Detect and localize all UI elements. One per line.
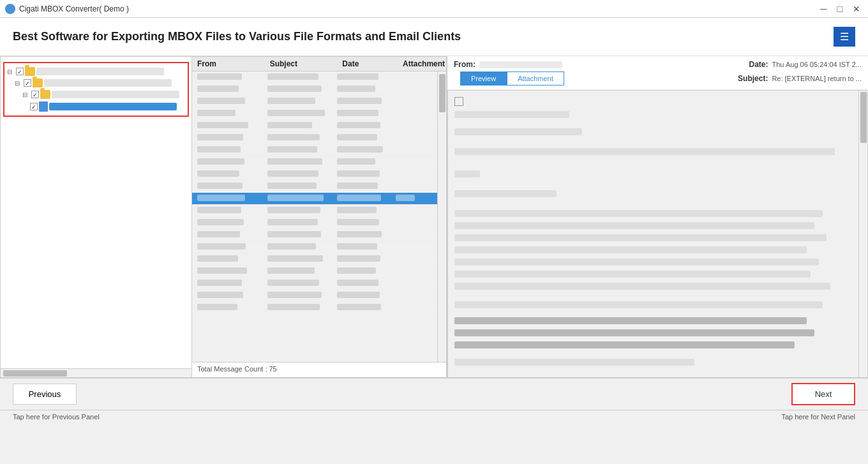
tree-item-2[interactable]: ⊟: [15, 77, 185, 89]
minimize-button[interactable]: ─: [818, 4, 830, 14]
col-from-header: From: [192, 59, 265, 68]
table-row[interactable]: [192, 302, 437, 314]
subject-label: Subject:: [738, 74, 768, 83]
title-bar-controls: ─ □ ✕: [818, 4, 863, 14]
tree-label-2: [44, 79, 172, 87]
tree-item-3[interactable]: ⊟: [22, 89, 185, 100]
preview-panel: From: Date: Thu Aug 06 05:24:04 IST 2...…: [447, 56, 868, 378]
folder-icon-2: [33, 79, 43, 87]
table-row[interactable]: [192, 278, 437, 290]
table-row[interactable]: [192, 96, 437, 108]
menu-button[interactable]: ☰: [834, 27, 855, 47]
table-row[interactable]: [192, 84, 437, 96]
title-bar: Cigati MBOX Converter( Demo ) ─ □ ✕: [0, 0, 868, 18]
tree-expand-3[interactable]: ⊟: [22, 91, 30, 98]
preview-tab[interactable]: Preview: [460, 71, 507, 86]
table-row[interactable]: [192, 132, 437, 144]
tree-label-4: [49, 103, 177, 110]
from-value: [479, 61, 562, 68]
total-message-count: Total Message Count : 75: [197, 365, 277, 373]
table-row[interactable]: [192, 193, 437, 205]
main-split: ⊟ ⊟ ⊟: [0, 56, 868, 378]
app-title: Best Software for Exporting MBOX Files t…: [13, 30, 461, 43]
preview-line: [454, 271, 811, 278]
preview-line: [454, 222, 814, 229]
header: Best Software for Exporting MBOX Files t…: [0, 18, 868, 56]
tree-label-1: [36, 68, 164, 75]
preview-controls-row: Preview Attachment Subject: Re: [EXTERNA…: [454, 71, 862, 86]
tree-checkbox-4[interactable]: [30, 103, 38, 110]
folder-icon-3: [40, 90, 50, 99]
table-row[interactable]: [192, 181, 437, 193]
folder-icon-1: [25, 67, 35, 76]
vertical-scrollbar-email[interactable]: [437, 71, 446, 362]
tree-expand-1[interactable]: ⊟: [7, 68, 15, 75]
subject-row: Subject: Re: [EXTERNAL] return to ...: [738, 74, 862, 83]
table-row[interactable]: [192, 229, 437, 241]
preview-vertical-scrollbar[interactable]: [858, 91, 867, 377]
table-row[interactable]: [192, 71, 437, 84]
preview-line: [454, 210, 823, 217]
table-row[interactable]: [192, 205, 437, 217]
from-row: From: Date: Thu Aug 06 05:24:04 IST 2...: [454, 60, 862, 69]
next-button[interactable]: Next: [791, 383, 855, 405]
table-row[interactable]: [192, 144, 437, 156]
tree-checkbox-3[interactable]: [31, 91, 39, 98]
table-row[interactable]: [192, 108, 437, 120]
col-attachment-header: Attachment: [398, 59, 446, 68]
table-row[interactable]: [192, 217, 437, 229]
table-row[interactable]: [192, 168, 437, 181]
status-bar: Tap here for Previous Panel Tap here for…: [0, 410, 868, 425]
preview-line-bold: [454, 341, 795, 348]
next-hint: Tap here for Next Panel: [781, 413, 855, 423]
scrollbar-thumb-h: [3, 370, 67, 377]
left-panel: ⊟ ⊟ ⊟: [0, 56, 191, 378]
tree-checkbox-1[interactable]: [16, 68, 24, 75]
email-list-panel: From Subject Date Attachment: [191, 56, 447, 378]
preview-scrollbar-thumb: [860, 92, 867, 143]
tree-item-4[interactable]: [30, 100, 185, 113]
preview-line: [454, 234, 827, 241]
preview-checkbox[interactable]: [454, 97, 463, 106]
attachment-tab[interactable]: Attachment: [507, 71, 564, 86]
scrollbar-v-thumb: [439, 74, 445, 112]
previous-button[interactable]: Previous: [13, 384, 77, 405]
tree-checkbox-2[interactable]: [24, 79, 31, 87]
email-list-header: From Subject Date Attachment: [192, 57, 446, 71]
preview-line: [454, 359, 694, 366]
tree-expand-2[interactable]: ⊟: [15, 80, 22, 87]
from-label: From:: [454, 60, 475, 69]
table-row[interactable]: [192, 156, 437, 168]
preview-header: From: Date: Thu Aug 06 05:24:04 IST 2...…: [447, 56, 868, 90]
tree-label-3: [52, 91, 179, 98]
maximize-button[interactable]: □: [835, 4, 845, 14]
horizontal-scrollbar[interactable]: [1, 368, 191, 377]
title-bar-text: Cigati MBOX Converter( Demo ): [19, 4, 814, 13]
email-list-body: [192, 71, 446, 362]
date-label: Date:: [749, 60, 768, 69]
preview-line: [454, 301, 823, 308]
table-row[interactable]: [192, 120, 437, 132]
col-subject-header: Subject: [265, 59, 338, 68]
preview-line: [454, 190, 557, 197]
preview-line-bold: [454, 329, 814, 336]
table-row[interactable]: [192, 241, 437, 253]
preview-line-bold: [454, 317, 807, 324]
table-row[interactable]: [192, 290, 437, 302]
bottom-bar: Previous Next: [0, 378, 868, 410]
preview-tabs: Preview Attachment: [460, 71, 564, 86]
preview-line: [454, 170, 480, 177]
tree-item-1[interactable]: ⊟: [7, 66, 185, 77]
email-rows-container: [192, 71, 437, 362]
preview-line: [454, 246, 807, 253]
col-date-header: Date: [337, 59, 398, 68]
preview-line: [454, 283, 830, 290]
table-row[interactable]: [192, 253, 437, 266]
previous-hint: Tap here for Previous Panel: [13, 413, 100, 423]
tree-area: ⊟ ⊟ ⊟: [1, 57, 191, 377]
close-button[interactable]: ✕: [850, 4, 863, 14]
preview-line: [454, 128, 582, 135]
preview-line: [454, 148, 835, 155]
table-row[interactable]: [192, 266, 437, 278]
preview-line: [454, 258, 819, 266]
